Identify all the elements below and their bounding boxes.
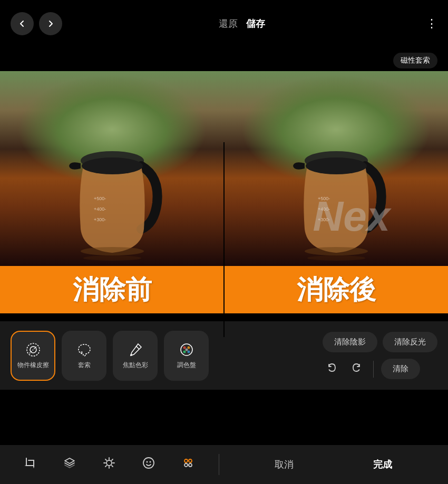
svg-point-39	[184, 463, 188, 467]
svg-point-12	[305, 247, 368, 255]
confirm-button[interactable]: 完成	[373, 458, 392, 471]
svg-point-21	[187, 346, 190, 349]
crop-icon[interactable]	[23, 456, 37, 473]
layers-icon[interactable]	[63, 456, 76, 473]
after-image-panel: +500- +400- +300- Nex	[224, 71, 448, 266]
remove-shadow-button[interactable]: 清除陰影	[323, 332, 377, 352]
svg-point-5	[81, 247, 144, 255]
save-button[interactable]: 儲存	[246, 17, 265, 30]
brightness-icon[interactable]	[102, 456, 116, 473]
after-label: 消除後	[224, 272, 448, 308]
before-label: 消除前	[0, 272, 224, 308]
svg-point-11	[306, 157, 367, 174]
redo-button[interactable]	[347, 360, 366, 378]
svg-text:+500-: +500-	[94, 196, 106, 201]
image-divider	[223, 142, 225, 337]
nav-buttons	[11, 12, 62, 35]
right-action-panel: 清除陰影 清除反光 清除	[323, 332, 437, 379]
apps-icon[interactable]	[181, 456, 195, 473]
action-row-bottom: 清除	[323, 359, 437, 379]
cancel-button[interactable]: 取消	[275, 458, 294, 471]
svg-line-33	[105, 465, 106, 466]
more-button[interactable]: ⋮	[426, 17, 437, 31]
coffee-carafe-right: +500- +400- +300-	[278, 108, 394, 266]
svg-point-18	[130, 354, 132, 356]
svg-point-23	[187, 350, 190, 353]
svg-point-22	[183, 350, 186, 353]
svg-line-16	[30, 346, 37, 353]
svg-line-30	[105, 459, 106, 460]
redo-icon	[351, 362, 362, 373]
tool-lasso[interactable]: 套索	[62, 331, 106, 381]
svg-text:+300-: +300-	[94, 217, 106, 222]
lasso-icon	[76, 342, 92, 358]
svg-point-6	[83, 255, 141, 261]
coffee-carafe-left: +500- +400- +300-	[54, 108, 170, 266]
svg-text:+300-: +300-	[318, 217, 330, 222]
action-divider	[373, 361, 374, 378]
remove-reflection-button[interactable]: 清除反光	[383, 332, 437, 352]
before-image: +500- +400- +300-	[0, 71, 224, 266]
emoji-icon[interactable]	[142, 456, 155, 473]
svg-line-31	[112, 465, 113, 466]
colorboard-icon	[179, 342, 194, 358]
svg-point-40	[189, 463, 192, 467]
svg-point-38	[189, 459, 192, 462]
svg-point-17	[81, 351, 83, 353]
bottom-nav: 取消 完成	[0, 445, 448, 484]
svg-line-32	[112, 459, 113, 460]
back-button[interactable]	[11, 12, 34, 35]
undo-icon	[327, 362, 337, 373]
image-comparison-area: +500- +400- +300- +500- +400-	[0, 71, 448, 266]
before-image-panel: +500- +400- +300-	[0, 71, 224, 266]
restore-button[interactable]: 還原	[219, 17, 238, 30]
forward-button[interactable]	[39, 12, 62, 35]
svg-point-35	[147, 461, 148, 462]
svg-point-25	[106, 460, 112, 466]
magnetic-lasso-badge[interactable]: 磁性套索	[393, 53, 437, 68]
svg-text:+400-: +400-	[318, 206, 330, 212]
action-row-top: 清除陰影 清除反光	[323, 332, 437, 352]
svg-point-24	[185, 348, 188, 351]
tool-color-picker[interactable]: 焦點色彩	[113, 331, 158, 381]
bottom-left-icons	[0, 456, 219, 473]
svg-point-20	[183, 346, 186, 349]
tool-object-eraser[interactable]: 物件橡皮擦	[11, 331, 55, 381]
svg-point-4	[82, 157, 143, 174]
dropper-icon	[128, 342, 143, 358]
clear-button[interactable]: 清除	[381, 359, 420, 379]
eraser-icon	[25, 342, 41, 358]
svg-text:+400-: +400-	[94, 206, 106, 212]
after-image: +500- +400- +300- Nex	[224, 71, 448, 266]
svg-point-13	[307, 255, 365, 261]
bottom-right-actions: 取消 完成	[219, 458, 449, 471]
top-bar: 還原 儲存 ⋮	[0, 0, 448, 47]
undo-button[interactable]	[323, 360, 342, 378]
svg-text:+500-: +500-	[318, 196, 330, 201]
top-center-actions: 還原 儲存	[62, 17, 422, 30]
svg-point-36	[150, 461, 151, 462]
svg-point-37	[184, 459, 188, 462]
svg-point-34	[143, 458, 154, 468]
tool-color-board[interactable]: 調色盤	[164, 331, 209, 381]
